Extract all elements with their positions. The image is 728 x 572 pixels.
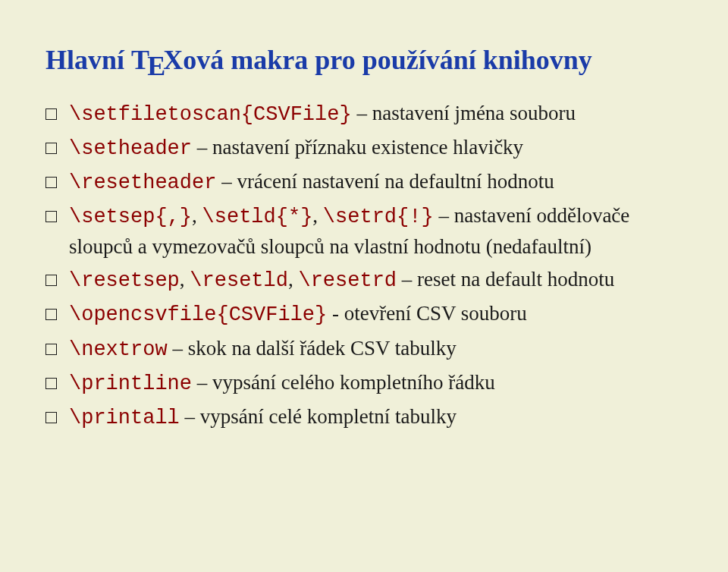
separator: –: [434, 204, 454, 227]
slide-title: Hlavní TEXová makra pro používání knihov…: [46, 46, 682, 76]
command-text: \resetrd: [298, 269, 397, 292]
description-text: reset na default hodnotu: [417, 268, 614, 291]
bullet-icon: [46, 378, 57, 389]
command-text: \setrd{!}: [323, 206, 434, 228]
bullet-list: \setfiletoscan{CSVFile} – nastavení jmén…: [46, 99, 682, 433]
separator: –: [192, 136, 212, 159]
description-text: otevření CSV souboru: [344, 302, 527, 325]
description-text: vypsání celé kompletní tabulky: [200, 405, 457, 428]
list-item: \setheader – nastavení příznaku existenc…: [46, 133, 682, 164]
title-prefix: Hlavní: [46, 45, 131, 75]
description-text: skok na další řádek CSV tabulky: [188, 337, 457, 360]
item-body: \opencsvfile{CSVFile} - otevření CSV sou…: [69, 299, 682, 330]
list-item: \opencsvfile{CSVFile} - otevření CSV sou…: [46, 299, 682, 330]
description-text: nastavení příznaku existence hlavičky: [212, 136, 523, 159]
item-body: \setheader – nastavení příznaku existenc…: [69, 133, 682, 164]
item-body: \resetheader – vrácení nastavení na defa…: [69, 167, 682, 198]
item-body: \printline – vypsání celého kompletního …: [69, 368, 682, 399]
list-item: \resetsep, \resetld, \resetrd – reset na…: [46, 265, 682, 296]
list-item: \setfiletoscan{CSVFile} – nastavení jmén…: [46, 99, 682, 130]
bullet-icon: [46, 108, 57, 120]
separator: –: [192, 371, 212, 394]
bullet-icon: [46, 344, 57, 355]
separator: –: [168, 337, 188, 360]
list-item: \resetheader – vrácení nastavení na defa…: [46, 167, 682, 198]
separator: ,: [180, 268, 190, 291]
bullet-icon: [46, 412, 57, 423]
separator: –: [180, 405, 200, 428]
separator: ,: [288, 268, 299, 291]
title-suffix: ová makra pro používání knihovny: [183, 45, 592, 75]
bullet-icon: [46, 143, 57, 154]
command-text: \setsep{,}: [69, 206, 192, 228]
item-body: \printall – vypsání celé kompletní tabul…: [69, 402, 682, 433]
command-text: \printall: [69, 407, 180, 429]
tex-logo: TEX: [131, 46, 183, 76]
separator: ,: [192, 204, 202, 227]
item-body: \setsep{,}, \setld{*}, \setrd{!} – nasta…: [69, 201, 682, 262]
bullet-icon: [46, 211, 57, 222]
separator: -: [327, 302, 344, 325]
list-item: \setsep{,}, \setld{*}, \setrd{!} – nasta…: [46, 201, 682, 262]
command-text: \printline: [69, 372, 192, 395]
bullet-icon: [46, 275, 57, 286]
command-text: \nextrow: [69, 338, 168, 361]
slide: Hlavní TEXová makra pro používání knihov…: [0, 0, 728, 572]
bullet-icon: [46, 177, 57, 188]
command-text: \setheader: [69, 137, 192, 160]
separator: –: [352, 102, 372, 124]
item-body: \nextrow – skok na další řádek CSV tabul…: [69, 334, 682, 365]
bullet-icon: [46, 309, 57, 320]
separator: ,: [312, 204, 323, 227]
description-text: vypsání celého kompletního řádku: [212, 371, 495, 394]
command-text: \resetld: [190, 269, 288, 292]
command-text: \resetheader: [69, 171, 216, 194]
separator: –: [397, 268, 417, 291]
description-text: vrácení nastavení na defaultní hodnotu: [237, 170, 554, 193]
list-item: \printall – vypsání celé kompletní tabul…: [46, 402, 682, 433]
separator: –: [216, 170, 237, 193]
command-text: \setld{*}: [202, 206, 313, 228]
command-text: \resetsep: [69, 269, 180, 292]
description-text: nastavení jména souboru: [372, 102, 576, 124]
command-text: \setfiletoscan{CSVFile}: [69, 103, 352, 126]
list-item: \nextrow – skok na další řádek CSV tabul…: [46, 334, 682, 365]
command-text: \opencsvfile{CSVFile}: [69, 303, 327, 326]
item-body: \resetsep, \resetld, \resetrd – reset na…: [69, 265, 682, 296]
list-item: \printline – vypsání celého kompletního …: [46, 368, 682, 399]
item-body: \setfiletoscan{CSVFile} – nastavení jmén…: [69, 99, 682, 130]
